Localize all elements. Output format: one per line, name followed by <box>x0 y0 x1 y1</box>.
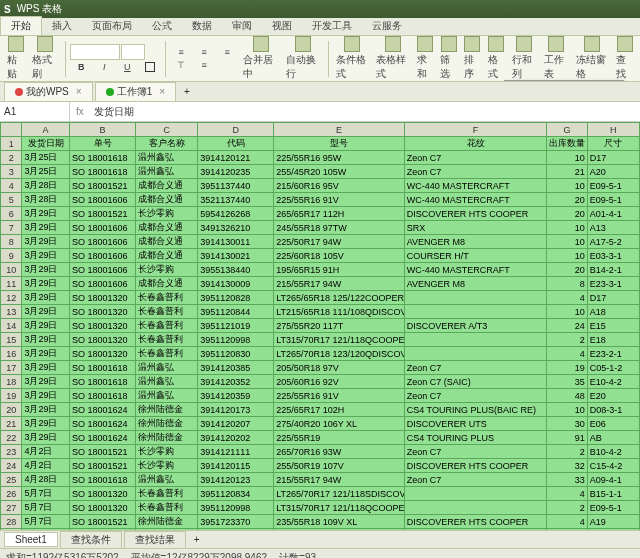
cell[interactable]: 成都合义通 <box>136 193 198 207</box>
cell[interactable]: 3914120210 <box>198 529 274 531</box>
cell[interactable]: C05-1-2 <box>587 361 639 375</box>
cell[interactable]: Zeon C7 <box>404 529 547 531</box>
cell[interactable]: E09-5-1 <box>587 501 639 515</box>
cell[interactable]: 235/55R18 109V XL <box>274 515 405 529</box>
row-header[interactable]: 10 <box>1 263 22 277</box>
cell[interactable]: WC-440 MASTERCRAFT <box>404 179 547 193</box>
cell[interactable]: SO 18001624 <box>69 529 136 531</box>
cell[interactable]: 3月29日 <box>22 431 70 445</box>
cell[interactable]: 温州鑫弘 <box>136 165 198 179</box>
cell[interactable]: 19 <box>547 361 587 375</box>
cell[interactable]: 尺寸 <box>587 137 639 151</box>
cell[interactable]: 徐州陆德金 <box>136 515 198 529</box>
cell[interactable]: 2 <box>547 333 587 347</box>
cell[interactable]: 91 <box>547 431 587 445</box>
ribbon-tab-6[interactable]: 视图 <box>262 17 302 35</box>
cell[interactable]: WC-440 MASTERCRAFT <box>404 193 547 207</box>
add-sheet-button[interactable]: + <box>188 534 206 545</box>
cell[interactable]: 235/55R19 105V XL <box>274 529 405 531</box>
cell[interactable]: 3月28日 <box>22 179 70 193</box>
col-header-C[interactable]: C <box>136 123 198 137</box>
cell[interactable]: 温州鑫弘 <box>136 473 198 487</box>
ribbon-btn-工作表[interactable]: 工作表 <box>541 36 572 82</box>
cell[interactable]: SO 18001606 <box>69 263 136 277</box>
cell[interactable]: 3月29日 <box>22 291 70 305</box>
cell[interactable]: 3月29日 <box>22 207 70 221</box>
cell[interactable]: 30 <box>547 417 587 431</box>
cell[interactable]: 20 <box>547 207 587 221</box>
row-header[interactable]: 8 <box>1 235 22 249</box>
cell[interactable]: Zeon C7 <box>404 473 547 487</box>
cell[interactable]: 长春鑫普利 <box>136 291 198 305</box>
cell[interactable]: E23-3-1 <box>587 277 639 291</box>
cell[interactable]: 4月2日 <box>22 445 70 459</box>
cell[interactable]: LT315/70R17 121/118QCOOPER DISCOVERER S/… <box>274 501 405 515</box>
col-header-B[interactable]: B <box>69 123 136 137</box>
cell[interactable]: 275/40R20 106Y XL <box>274 417 405 431</box>
cell[interactable]: 3914120115 <box>198 459 274 473</box>
cell[interactable]: 3914120359 <box>198 389 274 403</box>
row-header[interactable]: 3 <box>1 165 22 179</box>
cell[interactable]: 225/60R18 105V <box>274 249 405 263</box>
align-center-button[interactable]: ≡ <box>193 46 215 58</box>
cell[interactable]: 3月25日 <box>22 151 70 165</box>
cell[interactable]: 4月2日 <box>22 459 70 473</box>
cell[interactable]: 3月29日 <box>22 417 70 431</box>
row-header[interactable]: 14 <box>1 319 22 333</box>
cell[interactable]: A13 <box>587 221 639 235</box>
cell[interactable]: SO 18001521 <box>69 445 136 459</box>
row-header[interactable]: 15 <box>1 333 22 347</box>
cell[interactable]: 3月29日 <box>22 235 70 249</box>
cell[interactable]: E10-4-2 <box>587 375 639 389</box>
cell[interactable]: A17-5-2 <box>587 235 639 249</box>
cell[interactable]: 长沙零购 <box>136 459 198 473</box>
cell[interactable]: 225/55R16 91V <box>274 389 405 403</box>
menu-filter[interactable]: 筛选(F)Ctrl+Shift+L <box>505 81 623 82</box>
col-header-E[interactable]: E <box>274 123 405 137</box>
font-size[interactable] <box>121 44 145 60</box>
new-doc-button[interactable]: + <box>178 86 196 97</box>
merge-cells-button[interactable]: 合并居中 <box>240 36 281 82</box>
cell[interactable]: 10 <box>547 249 587 263</box>
cell[interactable]: 3月29日 <box>22 263 70 277</box>
cell[interactable]: 3月29日 <box>22 305 70 319</box>
ribbon-btn-求和[interactable]: 求和 <box>414 36 437 82</box>
cell[interactable]: 10 <box>547 179 587 193</box>
cell[interactable]: 温州鑫弘 <box>136 151 198 165</box>
cell[interactable]: 3914120123 <box>198 473 274 487</box>
cell[interactable]: DISCOVERER A/T3 <box>404 319 547 333</box>
cell[interactable]: 205/50R18 97V <box>274 361 405 375</box>
align-left-button[interactable]: ≡ <box>170 46 192 58</box>
cell[interactable]: SO 18001320 <box>69 501 136 515</box>
cell[interactable]: 长春鑫普利 <box>136 501 198 515</box>
cell[interactable]: 3月25日 <box>22 165 70 179</box>
ribbon-btn-格式[interactable]: 格式 <box>485 36 508 82</box>
cell[interactable]: COURSER H/T <box>404 249 547 263</box>
cell[interactable]: 型号 <box>274 137 405 151</box>
cell[interactable]: 255/45R20 105W <box>274 165 405 179</box>
cell[interactable]: 成都合义通 <box>136 235 198 249</box>
cell[interactable]: 4 <box>547 529 587 531</box>
cell[interactable]: SO 18001606 <box>69 221 136 235</box>
cell[interactable]: E18 <box>587 333 639 347</box>
cell[interactable]: LT215/65R18 111/108QDISCOVERER A/T3 <box>274 305 405 319</box>
cell[interactable]: 225/55R16 95W <box>274 151 405 165</box>
cell[interactable]: 4月28日 <box>22 473 70 487</box>
underline-button[interactable]: U <box>116 61 138 73</box>
ribbon-btn-筛选[interactable]: 筛选 <box>437 36 460 82</box>
cell[interactable]: SO 18001618 <box>69 361 136 375</box>
cell[interactable] <box>404 487 547 501</box>
cell[interactable]: 3951723370 <box>198 515 274 529</box>
cell[interactable] <box>404 333 547 347</box>
cell[interactable]: 10 <box>547 403 587 417</box>
cell[interactable]: C15-4-2 <box>587 459 639 473</box>
cell[interactable]: 10 <box>547 235 587 249</box>
align-right-button[interactable]: ≡ <box>216 46 238 58</box>
cell[interactable]: E06 <box>587 417 639 431</box>
cell[interactable]: 225/55R16 91V <box>274 193 405 207</box>
cell[interactable]: SO 18001320 <box>69 291 136 305</box>
cell[interactable]: 4 <box>547 291 587 305</box>
valign-mid-button[interactable]: ≡ <box>193 59 215 71</box>
cell[interactable]: D17 <box>587 291 639 305</box>
cell[interactable]: Zeon C7 <box>404 151 547 165</box>
